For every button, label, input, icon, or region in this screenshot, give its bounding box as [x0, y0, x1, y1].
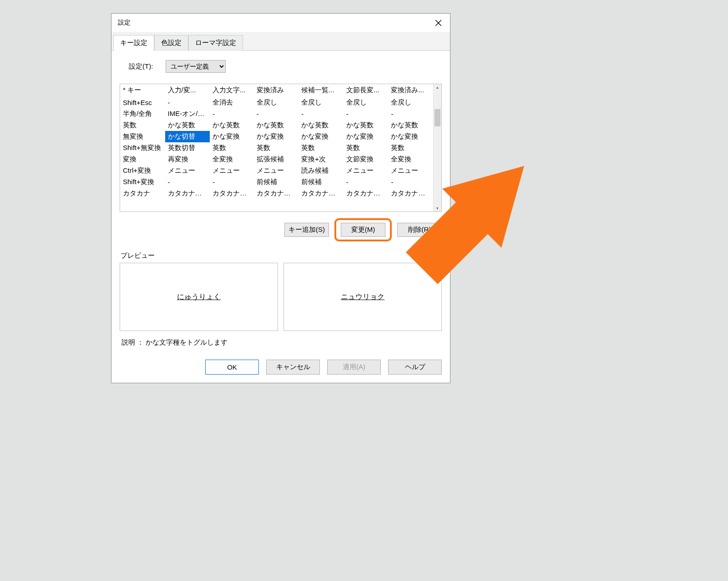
scroll-up-icon[interactable]: ▴: [434, 84, 441, 90]
table-cell[interactable]: -: [344, 108, 389, 120]
table-row[interactable]: Shift+無変換英数切替英数英数英数英数英数: [120, 142, 433, 154]
table-row[interactable]: カタカナカタカナキーカタカナキーカタカナキーカタカナキーカタカナキーカタカナキー: [120, 188, 433, 199]
setting-select[interactable]: ユーザー定義: [166, 60, 226, 73]
table-cell[interactable]: かな変換: [298, 131, 344, 142]
table-cell[interactable]: 全消去: [210, 97, 253, 109]
table-cell[interactable]: 無変換: [120, 131, 165, 142]
table-header[interactable]: * キー: [120, 84, 165, 97]
table-cell[interactable]: -: [298, 108, 344, 120]
table-cell[interactable]: 全変換: [210, 154, 253, 165]
ok-button[interactable]: OK: [205, 360, 259, 375]
table-row[interactable]: Ctrl+変換メニューメニューメニュー読み候補メニューメニュー: [120, 165, 433, 176]
table-cell[interactable]: 全戻し: [254, 97, 299, 109]
table-cell[interactable]: -: [388, 108, 433, 120]
table-cell[interactable]: 変換: [120, 154, 165, 165]
table-cell[interactable]: 英数: [344, 142, 389, 154]
table-cell[interactable]: かな英数: [254, 120, 299, 131]
table-cell[interactable]: -: [388, 176, 433, 188]
table-cell[interactable]: かな英数: [165, 120, 210, 131]
table-cell[interactable]: 半角/全角: [120, 108, 165, 120]
table-cell[interactable]: 英数: [298, 142, 344, 154]
table-cell[interactable]: Shift+変換: [120, 176, 165, 188]
tab-bar: キー設定 色設定 ローマ字設定: [111, 32, 450, 51]
table-row[interactable]: 無変換かな切替かな変換かな変換かな変換かな変換かな変換: [120, 131, 433, 142]
table-row[interactable]: 変換再変換全変換拡張候補変換+次文節変換全変換: [120, 154, 433, 165]
table-cell[interactable]: IME-オン/オフ: [165, 108, 210, 120]
table-cell[interactable]: カタカナキー: [210, 188, 253, 199]
table-header[interactable]: 変換済み: [254, 84, 299, 97]
table-cell[interactable]: 前候補: [298, 176, 344, 188]
table-cell[interactable]: -: [344, 176, 389, 188]
scroll-down-icon[interactable]: ▾: [434, 205, 441, 211]
table-cell[interactable]: 拡張候補: [254, 154, 299, 165]
table-cell[interactable]: -: [254, 108, 299, 120]
table-cell[interactable]: 全戻し: [388, 97, 433, 109]
table-cell[interactable]: 全変換: [388, 154, 433, 165]
table-cell[interactable]: かな変換: [388, 131, 433, 142]
table-row[interactable]: Shift+Esc-全消去全戻し全戻し全戻し全戻し: [120, 97, 433, 109]
scrollbar-thumb[interactable]: [435, 109, 440, 126]
help-button[interactable]: ヘルプ: [388, 360, 442, 375]
table-cell[interactable]: カタカナキー: [388, 188, 433, 199]
add-key-button[interactable]: キー追加(S): [284, 223, 329, 237]
table-cell[interactable]: メニュー: [344, 165, 389, 176]
table-cell[interactable]: 英数切替: [165, 142, 210, 154]
table-cell[interactable]: かな変換: [344, 131, 389, 142]
table-cell[interactable]: 前候補: [254, 176, 299, 188]
table-cell[interactable]: 読み候補: [298, 165, 344, 176]
table-cell[interactable]: メニュー: [388, 165, 433, 176]
apply-button[interactable]: 適用(A): [327, 360, 381, 375]
table-cell[interactable]: 英数: [120, 120, 165, 131]
table-row[interactable]: 英数かな英数かな英数かな英数かな英数かな英数かな英数: [120, 120, 433, 131]
table-cell[interactable]: カタカナ: [120, 188, 165, 199]
table-cell[interactable]: Shift+Esc: [120, 97, 165, 109]
table-cell[interactable]: -: [210, 176, 253, 188]
table-row[interactable]: 半角/全角IME-オン/オフ-----: [120, 108, 433, 120]
table-header[interactable]: 入力文字...: [210, 84, 253, 97]
table-cell[interactable]: 全戻し: [298, 97, 344, 109]
cancel-button[interactable]: キャンセル: [266, 360, 320, 375]
table-cell[interactable]: -: [210, 108, 253, 120]
table-cell[interactable]: メニュー: [165, 165, 210, 176]
table-cell[interactable]: かな変換: [254, 131, 299, 142]
tab-key-settings[interactable]: キー設定: [113, 35, 154, 51]
table-cell[interactable]: かな変換: [210, 131, 253, 142]
table-cell[interactable]: カタカナキー: [298, 188, 344, 199]
table-actions: キー追加(S) 変更(M) 削除(R): [120, 218, 442, 241]
table-cell[interactable]: カタカナキー: [344, 188, 389, 199]
modify-button[interactable]: 変更(M): [341, 223, 385, 237]
table-header[interactable]: 候補一覧...: [298, 84, 344, 97]
table-cell[interactable]: -: [165, 176, 210, 188]
table-scrollbar[interactable]: ▴ ▾: [433, 84, 441, 211]
table-cell[interactable]: 英数: [254, 142, 299, 154]
tab-color-settings[interactable]: 色設定: [154, 35, 188, 51]
delete-button[interactable]: 削除(R): [397, 223, 442, 237]
key-table[interactable]: * キー 入力/変... 入力文字... 変換済み 候補一覧... 文節長変..…: [120, 84, 433, 199]
table-header[interactable]: 変換済み...: [388, 84, 433, 97]
table-cell[interactable]: Shift+無変換: [120, 142, 165, 154]
table-cell[interactable]: 再変換: [165, 154, 210, 165]
table-cell[interactable]: メニュー: [254, 165, 299, 176]
table-cell[interactable]: 変換+次: [298, 154, 344, 165]
table-cell[interactable]: 全戻し: [344, 97, 389, 109]
table-cell[interactable]: かな英数: [298, 120, 344, 131]
table-cell[interactable]: かな英数: [210, 120, 253, 131]
preview-left: にゅうりょく: [120, 263, 278, 331]
table-cell[interactable]: -: [165, 97, 210, 109]
setting-row: 設定(T): ユーザー定義: [129, 60, 442, 73]
table-cell[interactable]: かな英数: [344, 120, 389, 131]
table-header[interactable]: 入力/変...: [165, 84, 210, 97]
table-cell[interactable]: メニュー: [210, 165, 253, 176]
table-header[interactable]: 文節長変...: [344, 84, 389, 97]
table-cell[interactable]: かな英数: [388, 120, 433, 131]
tab-romaji-settings[interactable]: ローマ字設定: [188, 35, 243, 51]
table-cell[interactable]: 英数: [388, 142, 433, 154]
table-cell[interactable]: カタカナキー: [165, 188, 210, 199]
close-button[interactable]: [431, 17, 445, 29]
table-cell[interactable]: カタカナキー: [254, 188, 299, 199]
table-row[interactable]: Shift+変換--前候補前候補--: [120, 176, 433, 188]
table-cell[interactable]: 文節変換: [344, 154, 389, 165]
table-cell[interactable]: かな切替: [165, 131, 210, 142]
table-cell[interactable]: Ctrl+変換: [120, 165, 165, 176]
table-cell[interactable]: 英数: [210, 142, 253, 154]
